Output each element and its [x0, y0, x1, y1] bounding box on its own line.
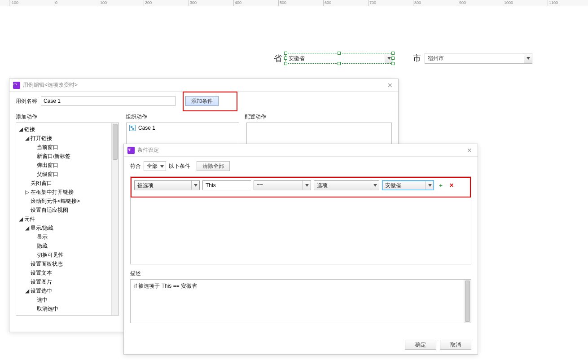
tree-item[interactable]: 设置文本: [25, 268, 118, 277]
tree-item[interactable]: ◢元件: [19, 215, 118, 224]
city-select[interactable]: 宿州市: [425, 53, 532, 64]
tree-item-label: 切换可见性: [37, 252, 64, 258]
match-value: 全部: [147, 162, 158, 170]
city-value: 宿州市: [425, 55, 524, 62]
tree-item[interactable]: 选中: [31, 295, 118, 304]
match-suffix: 以下条件: [169, 162, 190, 170]
tree-item-label: 在框架中打开链接: [31, 189, 74, 195]
col-header-add-action: 添加动作: [16, 113, 126, 121]
tree-item[interactable]: 显示: [31, 232, 118, 241]
value-select[interactable]: 安徽省: [382, 180, 434, 190]
chevron-down-icon: [160, 163, 164, 169]
right-type-select[interactable]: 选项: [314, 180, 379, 190]
scrollbar[interactable]: [111, 123, 118, 315]
add-condition-button[interactable]: 添加条件: [185, 96, 219, 106]
match-row: 符合 全部 以下条件 清除全部: [130, 161, 471, 171]
tree-item-label: 显示/隐藏: [31, 225, 53, 231]
clear-all-button[interactable]: 清除全部: [197, 161, 230, 171]
tree-item[interactable]: 隐藏: [31, 241, 118, 250]
province-label: 省: [274, 53, 282, 64]
case-icon: [129, 125, 136, 131]
canvas-field-city: 市 宿州市: [413, 53, 532, 64]
description-group: 描述 if 被选项于 This == 安徽省: [130, 270, 471, 323]
condition-dialog: 条件设定 ✕ 符合 全部 以下条件 清除全部 被选项: [123, 144, 478, 355]
tree-item[interactable]: 设置面板状态: [25, 259, 118, 268]
operator-value: ==: [254, 182, 303, 189]
condition-titlebar[interactable]: 条件设定 ✕: [124, 144, 478, 157]
col-header-configure-action: 配置动作: [245, 113, 392, 121]
target-wrap: [202, 180, 251, 190]
add-action-panel[interactable]: ◢链接◢打开链接当前窗口新窗口/新标签弹出窗口父级窗口关闭窗口▷在框架中打开链接…: [16, 123, 119, 316]
tree-item-label: 取消选中: [37, 306, 58, 312]
chevron-down-icon: [191, 181, 199, 190]
tree-item-label: 父级窗口: [37, 171, 58, 177]
tree-item[interactable]: ◢打开链接: [25, 134, 118, 143]
add-icon[interactable]: ＋: [437, 181, 445, 189]
case-node[interactable]: Case 1: [127, 123, 239, 133]
tree-item[interactable]: 设置图片: [25, 277, 118, 286]
tree-item-label: 设置文本: [31, 270, 52, 276]
description-text: if 被选项于 This == 安徽省: [134, 283, 197, 289]
condition-row: 被选项 == 选项 安徽省 ＋: [134, 180, 467, 190]
tree-item-label: 设置自适应视图: [31, 207, 68, 213]
canvas-field-province: 省 安徽省: [274, 53, 393, 64]
operator-select[interactable]: ==: [254, 180, 311, 190]
case-node-label: Case 1: [138, 125, 155, 131]
case-name-input[interactable]: [41, 96, 176, 106]
tree-item[interactable]: 弹出窗口: [31, 161, 118, 170]
tree-item[interactable]: 取消选中: [31, 304, 118, 313]
tree-item[interactable]: 父级窗口: [31, 170, 118, 179]
columns-header: 添加动作 组织动作 配置动作: [16, 113, 392, 121]
tree-item[interactable]: ◢显示/隐藏: [25, 224, 118, 232]
match-select[interactable]: 全部: [144, 161, 166, 171]
description-box: if 被选项于 This == 安徽省: [130, 279, 471, 323]
app-icon: [127, 147, 135, 154]
case-editor-titlebar[interactable]: 用例编辑<选项改变时> ✕: [9, 79, 398, 92]
cancel-button[interactable]: 取消: [440, 340, 471, 350]
case-editor-title: 用例编辑<选项改变时>: [23, 81, 78, 89]
scrollbar[interactable]: [464, 280, 471, 323]
province-select[interactable]: 安徽省: [285, 53, 393, 64]
close-icon[interactable]: ✕: [386, 82, 395, 89]
tree-item[interactable]: 新窗口/新标签: [31, 152, 118, 161]
tree-item[interactable]: 设置自适应视图: [25, 206, 118, 215]
right-type-value: 选项: [314, 182, 371, 189]
field-select[interactable]: 被选项: [134, 180, 200, 190]
tree-item-label: 关闭窗口: [31, 180, 52, 186]
col-header-organize-action: 组织动作: [126, 113, 245, 121]
tree-item-label: 设置图片: [31, 279, 52, 285]
value-text: 安徽省: [382, 182, 426, 189]
ok-button[interactable]: 确定: [405, 340, 436, 350]
condition-title: 条件设定: [137, 146, 159, 154]
description-label: 描述: [130, 270, 471, 277]
chevron-down-icon: [303, 181, 311, 190]
tree-item[interactable]: 滚动到元件<锚链接>: [25, 197, 118, 206]
field-value: 被选项: [135, 182, 191, 189]
delete-icon[interactable]: ✕: [448, 181, 456, 189]
close-icon[interactable]: ✕: [465, 147, 474, 154]
chevron-down-icon: [524, 53, 532, 63]
tree-item[interactable]: ◢设置选中: [25, 286, 118, 295]
tree-item-label: 当前窗口: [37, 144, 58, 150]
match-label: 符合: [130, 162, 141, 170]
tree-item[interactable]: ▷在框架中打开链接: [25, 188, 118, 197]
tree-item-label: 弹出窗口: [37, 162, 58, 168]
tree-item[interactable]: 切换可见性: [31, 250, 118, 259]
conditions-container: 被选项 == 选项 安徽省 ＋: [130, 176, 471, 264]
tree-item-label: 设置面板状态: [31, 261, 63, 267]
tree-item-label: 滚动到元件<锚链接>: [31, 198, 80, 204]
tree-item[interactable]: ◢链接: [19, 125, 118, 134]
tree-item-label: 链接: [24, 126, 35, 132]
city-label: 市: [413, 53, 421, 64]
case-name-label: 用例名称: [16, 97, 37, 105]
tree-item-label: 隐藏: [37, 243, 48, 249]
condition-footer: 确定 取消: [124, 335, 478, 354]
tree-item[interactable]: 当前窗口: [31, 143, 118, 152]
tree-item-label: 新窗口/新标签: [37, 153, 70, 159]
tree-item[interactable]: 关闭窗口: [25, 179, 118, 188]
action-tree[interactable]: ◢链接◢打开链接当前窗口新窗口/新标签弹出窗口父级窗口关闭窗口▷在框架中打开链接…: [16, 123, 118, 315]
tree-item-label: 元件: [24, 216, 35, 222]
horizontal-ruler: -100010020030040050060070080090010001100…: [0, 0, 588, 6]
chevron-down-icon: [426, 181, 434, 190]
province-value: 安徽省: [286, 55, 385, 62]
